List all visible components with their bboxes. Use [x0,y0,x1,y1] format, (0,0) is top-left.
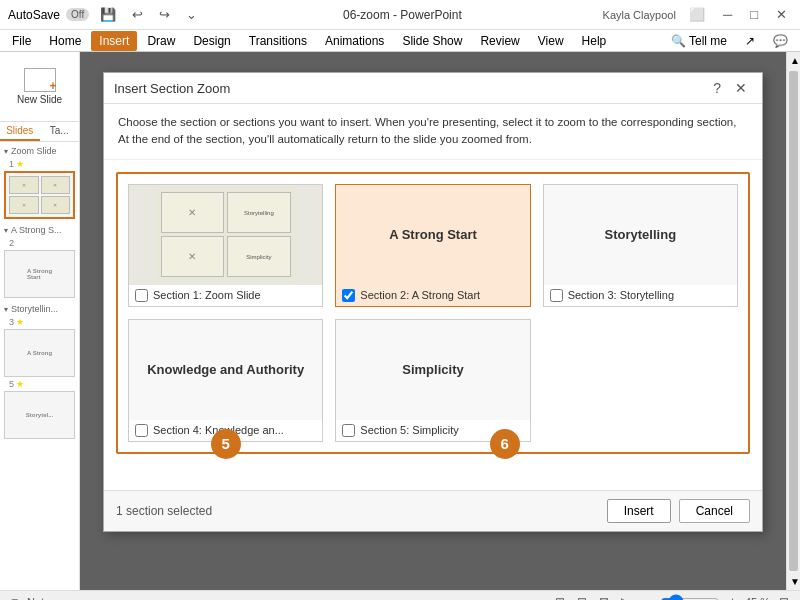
close-button[interactable]: ✕ [771,5,792,24]
status-right: ⊞ ⊟ ⊠ ▷ ─ + 45 % ⊡ [552,594,792,601]
selected-count: 1 section selected [116,504,212,518]
section-preview-1: ✕ Storytelling ✕ Simplicity [129,185,322,285]
scroll-up[interactable]: ▲ [787,52,800,69]
document-title: 06-zoom - PowerPoint [343,8,462,22]
section-checkbox-row-1: Section 1: Zoom Slide [129,285,322,306]
modal-title-bar: Insert Section Zoom ? ✕ [104,73,762,104]
tab-draw[interactable]: Draw [139,31,183,51]
slide-thumb-5[interactable]: Storytel... [4,391,75,439]
section-checkbox-2[interactable] [342,289,355,302]
tab-transitions[interactable]: Transitions [241,31,315,51]
section-card-2[interactable]: A Strong Start Section 2: A Strong Start [335,184,530,307]
section-preview-text-5: Simplicity [398,358,467,381]
section-preview-5: Simplicity [336,320,529,420]
status-bar: ≡ Notes ⊞ ⊟ ⊠ ▷ ─ + 45 % ⊡ [0,590,800,600]
modal-close-button[interactable]: ✕ [730,79,752,97]
view-reading-icon[interactable]: ⊠ [596,594,612,601]
modal-title: Insert Section Zoom [114,81,230,96]
star-icon-3: ★ [16,317,24,327]
title-bar-left: AutoSave Off 💾 ↩ ↪ ⌄ [8,5,202,24]
scroll-down[interactable]: ▼ [787,573,800,590]
section-label-2: Section 2: A Strong Start [360,289,480,301]
title-bar: AutoSave Off 💾 ↩ ↪ ⌄ 06-zoom - PowerPoin… [0,0,800,30]
status-left: ≡ Notes [8,594,56,601]
customize-button[interactable]: ⌄ [181,5,202,24]
star-icon-5: ★ [16,379,24,389]
section-checkbox-row-3: Section 3: Storytelling [544,285,737,306]
zoom-in-icon[interactable]: + [726,594,739,601]
modal-help-button[interactable]: ? [708,79,726,97]
share-button[interactable]: ↗ [737,31,763,51]
section-preview-text-3: Storytelling [601,223,681,246]
section-storytelling-label: ▾ Storytellin... [0,300,79,316]
section-card-4[interactable]: Knowledge and Authority Section 4: Knowl… [128,319,323,442]
zoom-slider[interactable] [660,594,720,601]
tab-animations[interactable]: Animations [317,31,392,51]
view-presenter-icon[interactable]: ▷ [618,594,633,601]
notes-icon[interactable]: ≡ [8,594,21,601]
tab-insert[interactable]: Insert [91,31,137,51]
tab-review[interactable]: Review [472,31,527,51]
section-zoom-slide-label: ▾ Zoom Slide [0,142,79,158]
section-label-5: Section 5: Simplicity [360,424,458,436]
section-label-3: Section 3: Storytelling [568,289,674,301]
section-preview-4: Knowledge and Authority [129,320,322,420]
zoom-out-icon[interactable]: ─ [639,594,654,601]
username: Kayla Claypool [603,9,676,21]
scroll-thumb[interactable] [789,71,798,571]
tell-me[interactable]: 🔍 Tell me [663,31,735,51]
sidebar: New Slide Slides Ta... ▾ Zoom Slide 1 ★ … [0,52,80,590]
section-checkbox-1[interactable] [135,289,148,302]
section-preview-text-2: A Strong Start [385,223,481,246]
tab-slideshow[interactable]: Slide Show [394,31,470,51]
modal-body: ✕ Storytelling ✕ Simplicity Section 1: Z… [104,160,762,490]
slide-thumb-2[interactable]: A StrongStart [4,250,75,298]
tab-slides[interactable]: Slides [0,122,40,141]
star-icon-1: ★ [16,159,24,169]
section-checkbox-3[interactable] [550,289,563,302]
undo-button[interactable]: ↩ [127,5,148,24]
fit-slide-icon[interactable]: ⊡ [776,594,792,601]
section-preview-3: Storytelling [544,185,737,285]
tab-outline[interactable]: Ta... [40,122,80,141]
new-slide-button[interactable]: New Slide [11,64,68,109]
view-normal-icon[interactable]: ⊞ [552,594,568,601]
slide-thumb-3[interactable]: A Strong [4,329,75,377]
view-slide-sorter-icon[interactable]: ⊟ [574,594,590,601]
cancel-button[interactable]: Cancel [679,499,750,523]
comments-button[interactable]: 💬 [765,31,796,51]
ribbon-display-button[interactable]: ⬜ [684,5,710,24]
redo-button[interactable]: ↪ [154,5,175,24]
scrollbar[interactable]: ▲ ▼ [786,52,800,590]
section-card-3[interactable]: Storytelling Section 3: Storytelling [543,184,738,307]
tab-home[interactable]: Home [41,31,89,51]
tab-design[interactable]: Design [185,31,238,51]
slide-thumb-1[interactable]: ✕ ✕ ✕ ✕ [4,171,75,219]
sections-grid: ✕ Storytelling ✕ Simplicity Section 1: Z… [116,172,750,454]
section-card-1[interactable]: ✕ Storytelling ✕ Simplicity Section 1: Z… [128,184,323,307]
ribbon: File Home Insert Draw Design Transitions… [0,30,800,52]
content-area: Insert Section Zoom ? ✕ Choose the secti… [80,52,786,590]
save-button[interactable]: 💾 [95,5,121,24]
section-preview-2: A Strong Start [336,185,529,285]
maximize-button[interactable]: □ [745,5,763,24]
new-slide-icon [24,68,56,92]
badge-6: 6 [490,429,520,459]
slide-panel[interactable]: ▾ Zoom Slide 1 ★ ✕ ✕ ✕ ✕ ▾ [0,142,79,590]
tab-help[interactable]: Help [574,31,615,51]
notes-label[interactable]: Notes [27,596,56,601]
modal-footer: 1 section selected Insert Cancel [104,490,762,531]
minimize-button[interactable]: ─ [718,5,737,24]
tab-view[interactable]: View [530,31,572,51]
section-checkbox-5[interactable] [342,424,355,437]
autosave-toggle[interactable]: Off [66,8,89,21]
section-card-5[interactable]: Simplicity Section 5: Simplicity 6 [335,319,530,442]
tab-file[interactable]: File [4,31,39,51]
slides-tabs: Slides Ta... [0,122,79,142]
title-bar-right: Kayla Claypool ⬜ ─ □ ✕ [603,5,792,24]
section-label-1: Section 1: Zoom Slide [153,289,261,301]
section-checkbox-4[interactable] [135,424,148,437]
sidebar-tools: New Slide [0,52,79,122]
insert-button[interactable]: Insert [607,499,671,523]
modal-description: Choose the section or sections you want … [104,104,762,160]
